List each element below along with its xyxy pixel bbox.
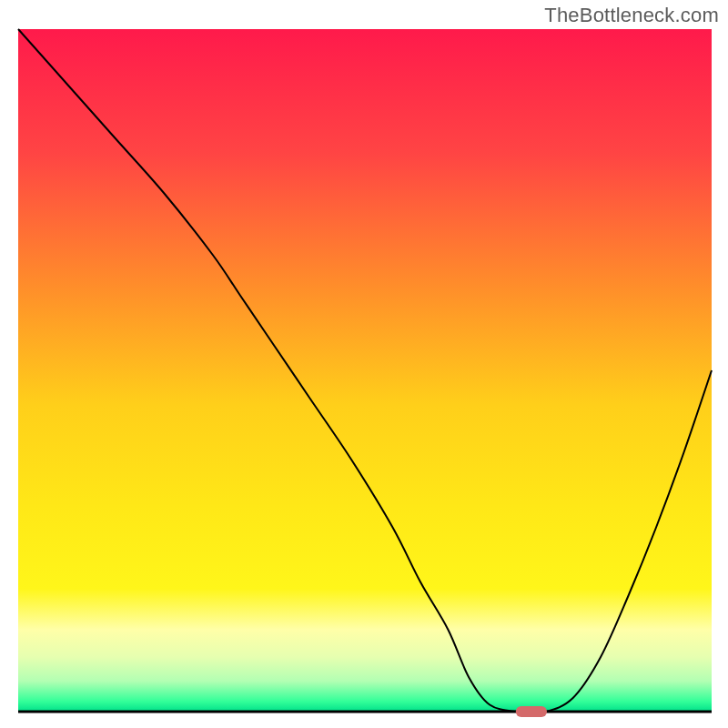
chart-container: TheBottleneck.com [0,0,728,728]
chart-background [18,29,712,712]
optimal-marker [516,706,547,717]
watermark-text: TheBottleneck.com [544,4,719,27]
bottleneck-chart [0,0,728,728]
